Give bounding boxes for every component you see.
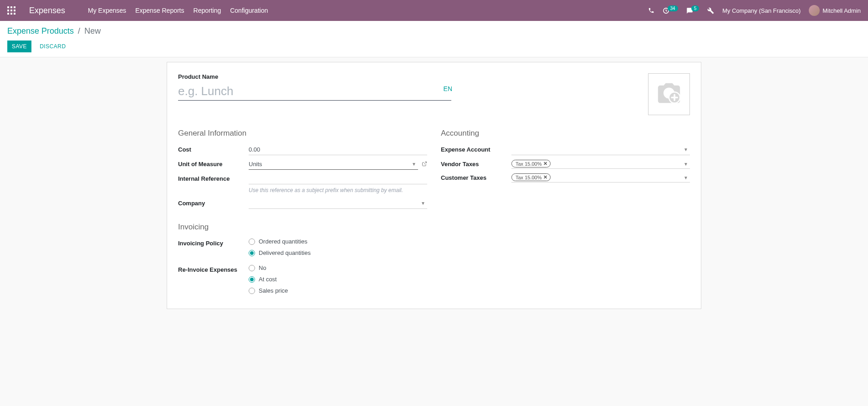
discard-button[interactable]: Discard	[36, 41, 70, 52]
radio-icon	[249, 250, 255, 256]
nav-my-expenses[interactable]: My Expenses	[88, 7, 126, 14]
expense-account-label: Expense Account	[441, 144, 511, 153]
messages-badge: 5	[691, 5, 700, 11]
company-input[interactable]	[249, 198, 427, 209]
radio-at-cost[interactable]: At cost	[249, 276, 427, 283]
cost-input[interactable]	[249, 144, 427, 155]
activity-badge: 34	[668, 5, 678, 11]
internal-ref-label: Internal Reference	[178, 173, 249, 182]
radio-icon	[249, 276, 255, 283]
nav-reporting[interactable]: Reporting	[194, 7, 221, 14]
uom-label: Unit of Measure	[178, 159, 249, 167]
image-upload[interactable]	[648, 73, 690, 115]
tax-tag[interactable]: Tax 15.00% ✕	[511, 160, 551, 167]
avatar-icon	[809, 5, 820, 16]
invoicing-policy-group: Ordered quantities Delivered quantities	[249, 238, 427, 256]
internal-ref-help: Use this reference as a subject prefix w…	[249, 186, 427, 194]
user-name: Mitchell Admin	[822, 7, 861, 14]
radio-delivered-quantities[interactable]: Delivered quantities	[249, 249, 427, 256]
product-name-input[interactable]	[178, 82, 451, 101]
debug-icon[interactable]	[707, 7, 714, 14]
nav-configuration[interactable]: Configuration	[230, 7, 268, 14]
vendor-taxes-input[interactable]: Tax 15.00% ✕	[511, 159, 690, 169]
internal-ref-input[interactable]	[249, 173, 427, 184]
section-accounting: Accounting	[441, 129, 690, 138]
radio-sales-price[interactable]: Sales price	[249, 287, 427, 294]
uom-input[interactable]	[249, 159, 418, 170]
section-invoicing: Invoicing	[178, 223, 427, 232]
language-badge[interactable]: EN	[444, 85, 452, 92]
breadcrumb: Expense Products / New	[7, 26, 861, 36]
navbar-menu: My Expenses Expense Reports Reporting Co…	[88, 7, 268, 14]
activity-icon[interactable]: 34	[663, 7, 678, 14]
remove-tag-icon[interactable]: ✕	[543, 174, 547, 180]
company-selector[interactable]: My Company (San Francisco)	[722, 7, 801, 14]
apps-icon[interactable]	[7, 6, 15, 15]
company-label: Company	[178, 198, 249, 207]
cost-label: Cost	[178, 144, 249, 153]
radio-no[interactable]: No	[249, 264, 427, 271]
reinvoice-label: Re-Invoice Expenses	[178, 264, 249, 273]
radio-icon	[249, 239, 255, 245]
save-button[interactable]: Save	[7, 41, 31, 52]
control-panel: Expense Products / New Save Discard	[0, 21, 868, 57]
user-menu[interactable]: Mitchell Admin	[809, 5, 861, 16]
nav-expense-reports[interactable]: Expense Reports	[135, 7, 184, 14]
radio-icon	[249, 288, 255, 294]
invoicing-policy-label: Invoicing Policy	[178, 238, 249, 247]
reinvoice-group: No At cost Sales price	[249, 264, 427, 294]
external-link-icon[interactable]	[422, 161, 427, 168]
phone-icon[interactable]	[648, 7, 654, 14]
vendor-taxes-label: Vendor Taxes	[441, 159, 511, 167]
radio-ordered-quantities[interactable]: Ordered quantities	[249, 238, 427, 245]
customer-taxes-input[interactable]: Tax 15.00% ✕	[511, 173, 690, 183]
messages-icon[interactable]: 5	[686, 7, 700, 14]
app-brand[interactable]: Expenses	[29, 6, 65, 15]
top-navbar: Expenses My Expenses Expense Reports Rep…	[0, 0, 868, 21]
breadcrumb-parent[interactable]: Expense Products	[7, 26, 74, 36]
tax-tag[interactable]: Tax 15.00% ✕	[511, 173, 551, 181]
remove-tag-icon[interactable]: ✕	[543, 161, 547, 167]
radio-icon	[249, 265, 255, 271]
product-name-label: Product Name	[178, 73, 451, 80]
expense-account-input[interactable]	[511, 144, 690, 155]
customer-taxes-label: Customer Taxes	[441, 173, 511, 181]
breadcrumb-separator: /	[78, 26, 80, 36]
section-general: General Information	[178, 129, 427, 138]
form-sheet: Product Name EN General Information Cost	[167, 62, 701, 309]
breadcrumb-current: New	[84, 26, 101, 36]
